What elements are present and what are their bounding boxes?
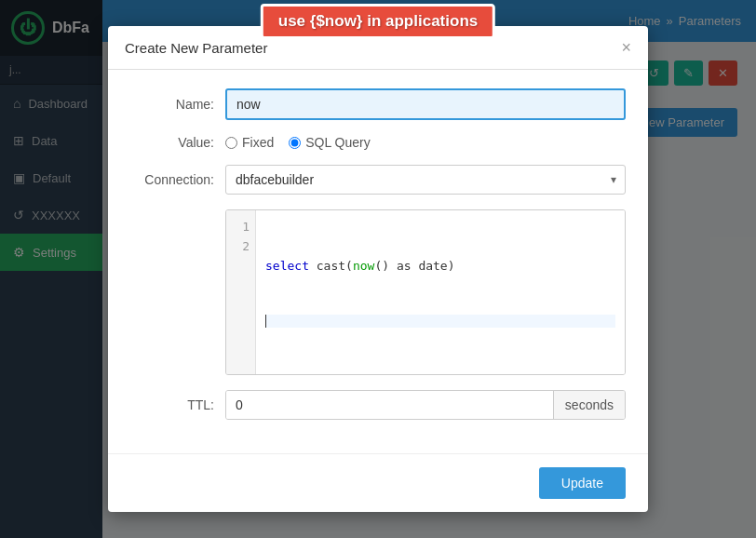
code-editor: 1 2 select cast(now() as date) xyxy=(226,210,625,374)
create-parameter-modal: Create New Parameter × Name: Value: Fixe… xyxy=(108,26,648,512)
fixed-radio[interactable] xyxy=(225,137,237,149)
name-row: Name: xyxy=(130,88,626,120)
name-field-wrapper xyxy=(225,88,626,120)
modal-footer: Update xyxy=(108,453,648,512)
sql-radio-label[interactable]: SQL Query xyxy=(289,135,371,150)
code-line-1: select cast(now() as date) xyxy=(265,257,615,276)
banner: use {$now} in applications xyxy=(261,4,495,39)
fixed-label: Fixed xyxy=(242,135,274,150)
code-line-2 xyxy=(265,315,615,328)
code-func: now xyxy=(353,257,374,276)
code-editor-wrapper[interactable]: 1 2 select cast(now() as date) xyxy=(225,209,626,375)
code-keyword: select xyxy=(265,257,309,276)
connection-row: Connection: dbfacebuilder ▾ xyxy=(130,165,626,195)
ttl-input[interactable] xyxy=(226,391,553,419)
value-type-group: Fixed SQL Query xyxy=(225,135,626,150)
connection-select[interactable]: dbfacebuilder xyxy=(225,165,626,195)
sql-label: SQL Query xyxy=(305,135,371,150)
ttl-row: TTL: seconds xyxy=(130,390,626,420)
code-content[interactable]: select cast(now() as date) xyxy=(256,210,625,374)
connection-select-wrapper: dbfacebuilder ▾ xyxy=(225,165,626,195)
modal-close-button[interactable]: × xyxy=(621,39,631,56)
name-label: Name: xyxy=(130,97,214,112)
fixed-radio-label[interactable]: Fixed xyxy=(225,135,274,150)
line-number-1: 1 xyxy=(232,218,250,237)
modal-title: Create New Parameter xyxy=(125,40,267,56)
update-button[interactable]: Update xyxy=(539,467,626,499)
ttl-suffix: seconds xyxy=(553,391,625,419)
modal-body: Name: Value: Fixed SQL Query xyxy=(108,70,648,453)
line-number-2: 2 xyxy=(232,237,250,257)
modal-overlay: use {$now} in applications Create New Pa… xyxy=(0,0,756,538)
code-editor-section: 1 2 select cast(now() as date) xyxy=(130,209,626,375)
ttl-label: TTL: xyxy=(130,397,214,412)
line-numbers: 1 2 xyxy=(226,210,256,374)
value-row: Value: Fixed SQL Query xyxy=(130,135,626,150)
name-input[interactable] xyxy=(225,88,626,120)
ttl-input-group: seconds xyxy=(225,390,626,420)
value-label: Value: xyxy=(130,135,214,150)
connection-label: Connection: xyxy=(130,172,214,187)
text-cursor xyxy=(265,315,266,328)
sql-radio[interactable] xyxy=(289,137,301,149)
